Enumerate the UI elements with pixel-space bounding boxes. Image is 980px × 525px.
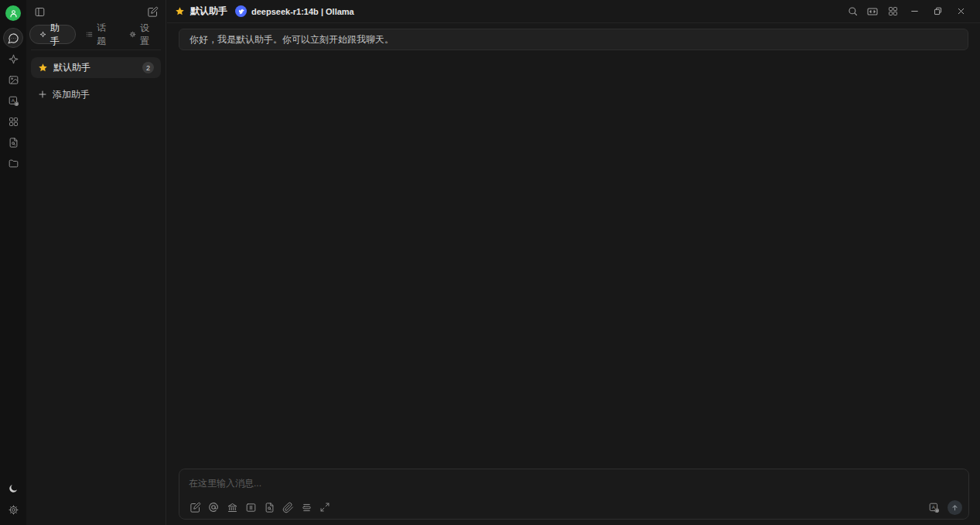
topbar-assistant-name: 默认助手: [190, 5, 227, 18]
close-icon: [956, 6, 966, 16]
tab-settings[interactable]: 设置: [122, 26, 162, 43]
sidebar-header: [26, 0, 166, 23]
knowledge-file-search-icon: [8, 137, 19, 148]
sidebar-item-paintings[interactable]: [3, 70, 23, 90]
close-button[interactable]: [949, 2, 972, 22]
chat-scroll-area[interactable]: 你好，我是默认助手。你可以立刻开始跟我聊天。: [167, 24, 980, 462]
sidebar-tabs: 助手 话题 设置: [26, 23, 166, 49]
sidebar-item-miniapps[interactable]: [3, 111, 23, 131]
paperclip-icon: [282, 502, 294, 513]
assistant-list-item[interactable]: 默认助手 2: [31, 57, 161, 78]
expand-input-button[interactable]: [316, 499, 334, 516]
expand-topics-button[interactable]: [862, 2, 883, 22]
settings-gear-icon: [8, 504, 19, 516]
minimize-button[interactable]: [903, 2, 926, 22]
sparkle-icon: [39, 30, 46, 39]
folder-files-icon: [8, 158, 19, 169]
person-icon: [9, 9, 19, 19]
mcp-servers-button[interactable]: [223, 499, 241, 516]
new-topic-icon: [190, 502, 201, 513]
mention-model-button[interactable]: [204, 499, 223, 516]
chat-icon: [8, 32, 19, 44]
deepseek-logo: [235, 5, 247, 17]
topbar: 默认助手 deepseek-r1:14b | Ollama: [167, 0, 980, 23]
assistant-name: 默认助手: [53, 61, 90, 74]
panel-collapse-button[interactable]: [32, 4, 47, 19]
main-area: 默认助手 deepseek-r1:14b | Ollama: [167, 0, 980, 525]
knowledge-base-button[interactable]: [260, 499, 278, 516]
user-avatar[interactable]: [5, 5, 21, 21]
whale-glyph: [237, 8, 245, 15]
expand-horizontal-icon: [866, 5, 879, 18]
plus-icon: [38, 90, 47, 99]
assistant-greeting-bubble: 你好，我是默认助手。你可以立刻开始跟我聊天。: [179, 29, 968, 50]
assistants-sidebar: 助手 话题 设置 默认助手 2: [26, 0, 166, 525]
sidebar-item-knowledge[interactable]: [3, 132, 23, 152]
image-paintings-icon: [8, 74, 19, 86]
translate-icon: A: [928, 502, 940, 513]
minimize-icon: [910, 6, 920, 16]
message-input-container: A: [179, 469, 969, 520]
clear-context-icon: [301, 502, 312, 513]
search-icon: [847, 5, 859, 17]
add-assistant-button[interactable]: 添加助手: [31, 86, 161, 103]
expand-input-icon: [319, 502, 330, 513]
add-assistant-label: 添加助手: [53, 88, 90, 101]
arrow-up-icon: [951, 503, 959, 512]
sidebar-item-agents[interactable]: [3, 49, 23, 69]
svg-text:A: A: [931, 504, 935, 510]
settings-button[interactable]: [3, 499, 23, 520]
new-topic-button[interactable]: [186, 499, 204, 516]
mention-icon: [207, 501, 220, 513]
apps-grid-icon: [8, 116, 19, 128]
columns-panel-icon: [245, 502, 257, 513]
launcher-button[interactable]: [883, 2, 903, 22]
clear-context-button[interactable]: [297, 499, 316, 516]
sidebar-item-files[interactable]: [3, 153, 23, 173]
topbar-assistant[interactable]: 默认助手: [175, 5, 235, 18]
svg-text:A: A: [11, 97, 15, 103]
panel-options-button[interactable]: [241, 499, 260, 516]
file-search-icon: [264, 502, 275, 513]
greeting-text: 你好，我是默认助手。你可以立刻开始跟我聊天。: [190, 33, 394, 46]
restore-button[interactable]: [926, 2, 949, 22]
translate-icon: A: [8, 95, 19, 107]
new-topic-icon: [147, 6, 159, 18]
tab-label: 话题: [97, 22, 112, 48]
tab-assistants[interactable]: 助手: [29, 25, 76, 44]
landmark-icon: [227, 502, 238, 513]
search-button[interactable]: [842, 2, 862, 22]
gear-icon: [129, 30, 136, 39]
send-button[interactable]: [948, 500, 962, 515]
restore-icon: [933, 6, 943, 16]
app-window: A: [0, 0, 980, 525]
new-topic-button[interactable]: [145, 4, 160, 19]
sidebar-item-assistants[interactable]: [3, 28, 23, 48]
star-icon: [175, 6, 185, 16]
tab-topics[interactable]: 话题: [79, 26, 119, 43]
tab-label: 设置: [140, 22, 155, 48]
star-icon: [38, 63, 48, 73]
left-icon-rail: A: [0, 0, 26, 525]
launcher-grid-icon: [887, 5, 899, 17]
moon-theme-icon: [8, 483, 19, 494]
sparkle-agents-icon: [8, 53, 19, 65]
model-selector[interactable]: deepseek-r1:14b | Ollama: [235, 5, 354, 17]
model-label: deepseek-r1:14b | Ollama: [251, 7, 354, 16]
topic-count-badge: 2: [142, 62, 154, 73]
panel-collapse-icon: [34, 6, 46, 18]
sidebar-divider: [31, 49, 161, 50]
input-toolbar: A: [186, 499, 962, 516]
tab-label: 助手: [50, 22, 66, 48]
message-input[interactable]: [179, 469, 968, 493]
list-icon: [86, 30, 93, 39]
sidebar-item-translate[interactable]: A: [3, 90, 23, 111]
translate-button[interactable]: A: [924, 499, 943, 516]
attach-file-button[interactable]: [278, 499, 297, 516]
theme-toggle[interactable]: [3, 479, 23, 499]
